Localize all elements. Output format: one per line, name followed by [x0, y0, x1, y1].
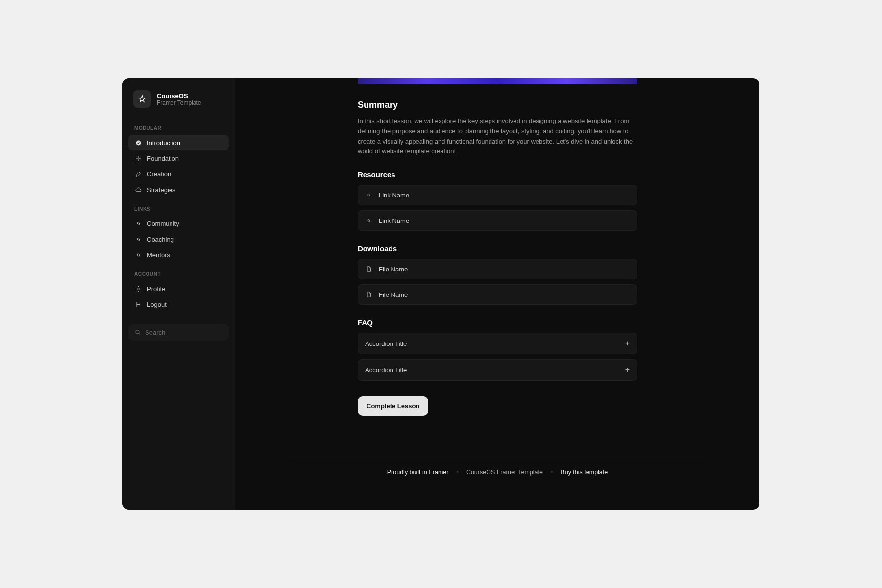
search-box[interactable]	[128, 324, 229, 341]
sidebar-item-creation[interactable]: Creation	[128, 166, 229, 182]
grid-icon	[134, 154, 142, 162]
brand: CourseOS Framer Template	[128, 90, 229, 117]
file-icon	[365, 291, 373, 298]
download-file[interactable]: File Name	[358, 284, 637, 305]
svg-rect-1	[136, 156, 138, 158]
plus-icon: +	[625, 339, 630, 348]
footer-template-link[interactable]: CourseOS Framer Template	[466, 469, 543, 476]
downloads-heading: Downloads	[358, 245, 637, 253]
sidebar-item-label: Introduction	[147, 139, 180, 147]
logout-icon	[134, 300, 142, 308]
download-file[interactable]: File Name	[358, 259, 637, 279]
complete-lesson-button[interactable]: Complete Lesson	[358, 396, 428, 416]
sidebar-item-community[interactable]: Community	[128, 216, 229, 231]
section-label-links: LINKS	[128, 197, 229, 216]
sidebar-item-label: Coaching	[147, 236, 174, 243]
footer: Proudly built in Framer • CourseOS Frame…	[287, 455, 708, 486]
sidebar-item-label: Logout	[147, 301, 167, 308]
hero-image	[358, 78, 637, 84]
gear-icon	[134, 285, 142, 293]
brand-title: CourseOS	[157, 92, 201, 99]
resource-link[interactable]: Link Name	[358, 210, 637, 231]
svg-point-5	[137, 288, 139, 290]
sidebar-item-profile[interactable]: Profile	[128, 281, 229, 296]
pen-icon	[134, 170, 142, 178]
file-icon	[365, 265, 373, 273]
faq-heading: FAQ	[358, 318, 637, 327]
cloud-icon	[134, 186, 142, 194]
faq-accordion[interactable]: Accordion Title +	[358, 359, 637, 381]
sidebar-item-label: Foundation	[147, 155, 179, 162]
sidebar-item-introduction[interactable]: Introduction	[128, 135, 229, 150]
search-icon	[134, 328, 141, 336]
sidebar-item-coaching[interactable]: Coaching	[128, 231, 229, 247]
sidebar-item-label: Mentors	[147, 251, 170, 259]
brand-logo-icon	[133, 90, 151, 108]
brand-subtitle: Framer Template	[157, 99, 201, 106]
sidebar-item-label: Community	[147, 220, 179, 227]
svg-rect-3	[136, 159, 138, 161]
sidebar-item-logout[interactable]: Logout	[128, 296, 229, 312]
link-icon	[134, 235, 142, 243]
check-circle-icon	[134, 139, 142, 147]
summary-body: In this short lesson, we will explore th…	[358, 116, 637, 157]
plus-icon: +	[625, 366, 630, 374]
svg-point-6	[136, 330, 139, 334]
link-icon	[365, 191, 373, 199]
summary-heading: Summary	[358, 100, 637, 110]
main: Summary In this short lesson, we will ex…	[235, 78, 760, 510]
app-window: CourseOS Framer Template MODULAR Introdu…	[122, 78, 760, 510]
faq-label: Accordion Title	[365, 367, 407, 374]
link-icon	[365, 217, 373, 224]
section-label-account: ACCOUNT	[128, 263, 229, 281]
sidebar-item-mentors[interactable]: Mentors	[128, 247, 229, 263]
sidebar-item-label: Profile	[147, 285, 165, 293]
download-label: File Name	[379, 291, 408, 298]
section-label-modular: MODULAR	[128, 117, 229, 135]
svg-rect-4	[139, 159, 141, 161]
download-label: File Name	[379, 266, 408, 273]
footer-separator: •	[551, 469, 553, 476]
lesson-content: Summary In this short lesson, we will ex…	[358, 84, 637, 416]
footer-separator: •	[457, 469, 459, 476]
sidebar-item-label: Strategies	[147, 186, 176, 194]
sidebar-item-label: Creation	[147, 171, 171, 178]
footer-built-link[interactable]: Proudly built in Framer	[387, 469, 449, 476]
link-icon	[134, 251, 142, 259]
footer-buy-link[interactable]: Buy this template	[561, 469, 608, 476]
resources-heading: Resources	[358, 171, 637, 179]
resource-link[interactable]: Link Name	[358, 185, 637, 205]
resource-label: Link Name	[379, 217, 409, 224]
faq-accordion[interactable]: Accordion Title +	[358, 333, 637, 354]
sidebar-item-strategies[interactable]: Strategies	[128, 182, 229, 197]
sidebar: CourseOS Framer Template MODULAR Introdu…	[122, 78, 235, 510]
faq-label: Accordion Title	[365, 340, 407, 347]
resource-label: Link Name	[379, 192, 409, 199]
link-icon	[134, 220, 142, 227]
sidebar-item-foundation[interactable]: Foundation	[128, 150, 229, 166]
svg-rect-2	[139, 156, 141, 158]
search-input[interactable]	[145, 329, 227, 336]
